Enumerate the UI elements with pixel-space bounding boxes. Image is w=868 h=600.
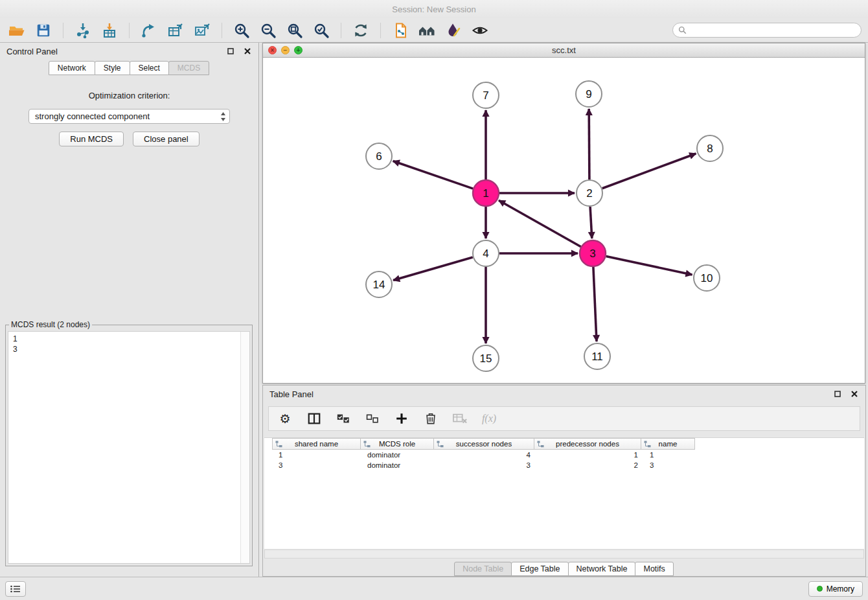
export-table-button[interactable] (165, 21, 186, 40)
task-history-button[interactable] (5, 581, 26, 597)
select-all-button[interactable] (335, 410, 352, 427)
import-network-button[interactable] (73, 21, 93, 40)
table-settings-button[interactable]: ⚙ (277, 410, 293, 427)
mcds-result-list[interactable]: 1 3 (8, 331, 250, 564)
search-input[interactable] (690, 26, 856, 35)
graph-node-2[interactable]: 2 (577, 180, 602, 206)
show-details-button[interactable] (470, 21, 490, 40)
network-canvas[interactable]: 7968124314101511 (263, 58, 865, 383)
float-table-panel-button[interactable] (833, 389, 842, 398)
import-table-button[interactable] (99, 21, 120, 40)
table-header-row: shared name MCDS role successor nodes pr… (273, 438, 864, 450)
graph-node-11[interactable]: 11 (584, 343, 610, 369)
column-header-mcds-role[interactable]: MCDS role (360, 438, 434, 450)
create-column-button[interactable] (393, 410, 410, 427)
search-box[interactable] (672, 23, 862, 38)
cell-name[interactable]: 1 (644, 451, 698, 459)
cell-predecessor-nodes[interactable]: 1 (536, 451, 644, 459)
window-titlebar[interactable]: Session: New Session (0, 0, 868, 18)
edge-2-8[interactable] (602, 154, 696, 189)
close-window-button[interactable]: × (268, 46, 277, 54)
column-header-shared-name[interactable]: shared name (272, 438, 361, 450)
new-network-button[interactable] (139, 21, 159, 40)
export-image-button[interactable] (192, 21, 212, 40)
column-header-predecessor-nodes[interactable]: predecessor nodes (534, 438, 641, 450)
delete-table-button[interactable] (451, 410, 468, 427)
graph-node-14[interactable]: 14 (366, 271, 392, 297)
edge-4-14[interactable] (393, 257, 473, 281)
cell-successor-nodes[interactable]: 3 (435, 461, 536, 469)
graph-node-3[interactable]: 3 (580, 240, 606, 266)
show-columns-button[interactable] (306, 410, 323, 427)
graph-node-7[interactable]: 7 (473, 82, 499, 108)
table-row[interactable]: 1 dominator 4 1 1 (273, 450, 864, 460)
minimize-window-button[interactable]: − (281, 46, 290, 54)
brush-icon (445, 22, 462, 39)
optimization-criterion-select[interactable]: strongly connected component (29, 109, 230, 124)
cell-mcds-role[interactable]: dominator (361, 451, 435, 459)
tab-style[interactable]: Style (95, 61, 130, 75)
maximize-window-button[interactable]: + (294, 46, 303, 54)
edge-1-6[interactable] (393, 161, 474, 189)
mcds-result-item[interactable]: 1 (13, 334, 238, 344)
graph-node-9[interactable]: 9 (576, 81, 602, 107)
zoom-in-button[interactable] (231, 21, 252, 40)
main-toolbar (0, 18, 868, 43)
edge-3-11[interactable] (593, 267, 597, 341)
tab-edge-table[interactable]: Edge Table (511, 562, 568, 576)
edge-3-10[interactable] (606, 256, 692, 275)
column-header-name[interactable]: name (641, 438, 695, 450)
table-horizontal-scrollbar[interactable] (264, 549, 864, 559)
cell-mcds-role[interactable]: dominator (361, 461, 435, 469)
zoom-out-button[interactable] (258, 21, 279, 40)
close-panel-button[interactable] (243, 47, 252, 56)
cell-predecessor-nodes[interactable]: 2 (536, 461, 644, 469)
network-from-file-button[interactable] (390, 21, 411, 40)
tab-network[interactable]: Network (49, 61, 95, 75)
plus-icon (394, 411, 409, 426)
network-analyzer-button[interactable] (417, 21, 437, 40)
open-session-button[interactable] (6, 21, 27, 40)
graph-node-1[interactable]: 1 (473, 180, 499, 206)
tab-select[interactable]: Select (130, 61, 169, 75)
close-table-panel-button[interactable] (850, 389, 859, 398)
table-row[interactable]: 3 dominator 3 2 3 (273, 460, 864, 470)
control-panel: Control Panel Network Style Select MCDS … (0, 43, 259, 577)
float-panel-button[interactable] (226, 47, 235, 56)
cell-shared-name[interactable]: 1 (273, 451, 361, 459)
close-panel-action-button[interactable]: Close panel (133, 132, 200, 146)
function-builder-button[interactable]: f(x) (481, 410, 497, 427)
tab-motifs[interactable]: Motifs (635, 562, 673, 576)
minimize-glyph: − (284, 47, 288, 54)
memory-button[interactable]: Memory (808, 581, 863, 597)
zoom-selected-icon (313, 22, 330, 39)
graph-node-4[interactable]: 4 (473, 240, 499, 266)
mcds-result-item[interactable]: 3 (13, 344, 238, 354)
graph-node-6[interactable]: 6 (366, 143, 392, 169)
tab-node-table[interactable]: Node Table (454, 562, 512, 576)
style-button[interactable] (443, 21, 464, 40)
apply-layout-button[interactable] (350, 21, 371, 40)
graph-node-10[interactable]: 10 (694, 265, 720, 291)
zoom-selected-button[interactable] (311, 21, 332, 40)
toolbar-separator (341, 23, 341, 38)
edge-2-3[interactable] (590, 207, 592, 238)
cell-name[interactable]: 3 (644, 461, 698, 469)
deselect-all-button[interactable] (364, 410, 381, 427)
tab-mcds[interactable]: MCDS (168, 61, 209, 75)
cell-successor-nodes[interactable]: 4 (435, 451, 536, 459)
memory-status-icon (817, 586, 823, 592)
run-mcds-button[interactable]: Run MCDS (59, 132, 124, 146)
tab-network-table[interactable]: Network Table (568, 562, 636, 576)
graph-node-8[interactable]: 8 (697, 135, 723, 161)
delete-column-button[interactable] (422, 410, 439, 427)
status-bar: Memory (0, 577, 868, 600)
graph-node-15[interactable]: 15 (473, 345, 499, 371)
edge-3-1[interactable] (499, 200, 581, 246)
save-session-button[interactable] (33, 21, 54, 40)
edge-2-9[interactable] (589, 109, 589, 179)
zoom-fit-button[interactable] (284, 21, 305, 40)
network-window-titlebar[interactable]: × − + scc.txt (263, 43, 865, 58)
column-header-successor-nodes[interactable]: successor nodes (433, 438, 534, 450)
cell-shared-name[interactable]: 3 (273, 461, 361, 469)
